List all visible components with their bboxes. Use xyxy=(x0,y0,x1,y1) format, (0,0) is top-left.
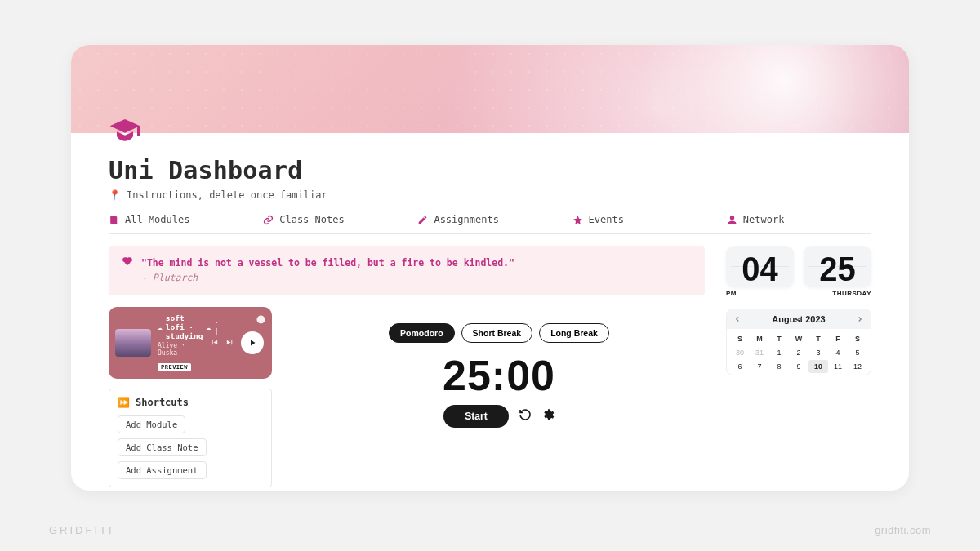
nav-label: Assignments xyxy=(434,214,498,225)
cal-dow: S xyxy=(730,332,750,345)
nav-label: Events xyxy=(589,214,624,225)
cal-day[interactable]: 8 xyxy=(769,360,789,373)
cal-dow: F xyxy=(828,332,848,345)
pomodoro-tab-pomodoro[interactable]: Pomodoro xyxy=(389,323,455,343)
shortcut-add-assignment[interactable]: Add Assignment xyxy=(118,461,207,479)
cal-day[interactable]: 1 xyxy=(769,346,789,359)
nav-item-network[interactable]: Network xyxy=(727,214,871,225)
mini-calendar: August 2023 SMTWTFS3031123456789101112 xyxy=(726,309,871,375)
cover-image xyxy=(71,45,909,133)
star-icon xyxy=(572,215,583,225)
quote-text: "The mind is not a vessel to be filled, … xyxy=(141,256,514,270)
cal-day[interactable]: 9 xyxy=(789,360,808,373)
cal-day[interactable]: 4 xyxy=(828,346,848,359)
prev-track-icon[interactable] xyxy=(210,335,219,350)
book-icon xyxy=(109,215,119,225)
cal-day[interactable]: 12 xyxy=(848,360,867,373)
cloud-icon: ☁ xyxy=(158,322,163,331)
cal-day[interactable]: 2 xyxy=(789,346,808,359)
clock-minute: 25 xyxy=(804,251,871,286)
shortcut-add-class-note[interactable]: Add Class Note xyxy=(118,438,207,456)
cal-day[interactable]: 30 xyxy=(730,346,750,359)
pomodoro-timer: 25:00 xyxy=(293,351,705,400)
instructions-toggle[interactable]: 📍 Instructions, delete once familiar xyxy=(109,189,871,201)
nav-item-class-notes[interactable]: Class Notes xyxy=(263,214,408,225)
reset-icon[interactable] xyxy=(519,408,532,424)
track-subtitle: Alive · Ouska xyxy=(158,342,203,357)
user-icon xyxy=(727,215,737,225)
cal-day[interactable]: 10 xyxy=(808,360,828,373)
clock-ampm: PM xyxy=(726,290,794,297)
nav-item-all-modules[interactable]: All Modules xyxy=(109,214,253,225)
footer-brand: GRIDFITI xyxy=(49,524,114,536)
image-footer: GRIDFITI gridfiti.com xyxy=(49,524,931,536)
pomodoro-tabs: PomodoroShort BreakLong Break xyxy=(293,323,705,343)
cal-day[interactable]: 31 xyxy=(750,346,769,359)
cal-next-icon[interactable] xyxy=(856,315,864,323)
track-title: soft lofi · studying xyxy=(166,313,203,340)
link-icon xyxy=(263,215,274,225)
cal-dow: T xyxy=(808,332,828,345)
shortcuts-panel: ⏩ Shortcuts Add ModuleAdd Class NoteAdd … xyxy=(109,389,272,487)
cal-day[interactable]: 6 xyxy=(730,360,750,373)
graduation-cap-icon xyxy=(109,115,141,148)
cal-dow: M xyxy=(750,332,769,345)
cal-prev-icon[interactable] xyxy=(733,315,742,323)
nav-label: All Modules xyxy=(125,214,189,225)
app-window: Uni Dashboard 📍 Instructions, delete onc… xyxy=(71,45,909,491)
cal-dow: T xyxy=(769,332,789,345)
shortcuts-title: Shortcuts xyxy=(136,397,189,408)
nav-links: All ModulesClass NotesAssignmentsEventsN… xyxy=(109,214,871,225)
pomodoro-tab-short-break[interactable]: Short Break xyxy=(461,323,533,343)
thought-icon xyxy=(122,256,133,286)
nav-item-events[interactable]: Events xyxy=(572,214,717,225)
nav-label: Class Notes xyxy=(279,214,344,225)
page-title: Uni Dashboard xyxy=(109,156,871,184)
play-button[interactable] xyxy=(241,331,264,354)
pin-icon: 📍 xyxy=(109,189,121,201)
flip-clock: 04 25 xyxy=(726,246,871,287)
next-track-icon[interactable] xyxy=(225,335,234,350)
music-widget[interactable]: ☁ soft lofi · studying ☁ · | Alive · Ous… xyxy=(109,307,272,379)
shortcut-add-module[interactable]: Add Module xyxy=(118,415,185,433)
cloud-icon: ☁ xyxy=(206,322,211,331)
cal-dow: S xyxy=(848,332,867,345)
start-button[interactable]: Start xyxy=(443,405,508,428)
cal-dow: W xyxy=(789,332,808,345)
cal-day[interactable]: 11 xyxy=(828,360,848,373)
pencil-icon xyxy=(417,215,428,225)
album-art xyxy=(115,329,151,357)
divider xyxy=(109,233,871,234)
clock-dayname: THURSDAY xyxy=(804,290,871,297)
settings-icon[interactable] xyxy=(541,408,555,424)
spotify-icon xyxy=(256,312,265,327)
svg-point-0 xyxy=(256,315,265,323)
pomodoro-tab-long-break[interactable]: Long Break xyxy=(539,323,609,343)
nav-item-assignments[interactable]: Assignments xyxy=(417,214,562,225)
instructions-text: Instructions, delete once familiar xyxy=(127,189,327,201)
cal-month: August 2023 xyxy=(772,314,825,324)
cal-day[interactable]: 5 xyxy=(848,346,867,359)
preview-badge: PREVIEW xyxy=(158,363,191,371)
clock-hour: 04 xyxy=(726,251,794,286)
fast-forward-icon: ⏩ xyxy=(118,397,130,408)
nav-label: Network xyxy=(743,214,785,225)
cal-day[interactable]: 3 xyxy=(808,346,828,359)
quote-callout: "The mind is not a vessel to be filled, … xyxy=(109,246,705,295)
cal-day[interactable]: 7 xyxy=(750,360,769,373)
footer-url: gridfiti.com xyxy=(875,524,931,536)
quote-author: - Plutarch xyxy=(141,270,514,285)
